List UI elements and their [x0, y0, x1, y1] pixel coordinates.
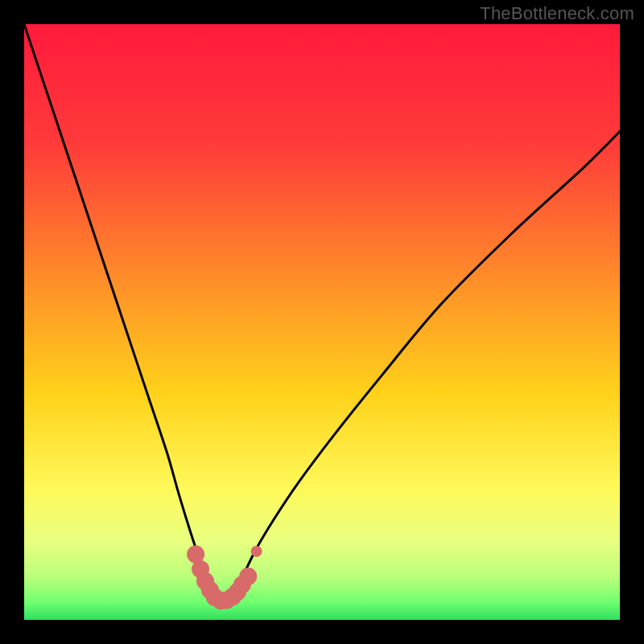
marker-dot [251, 546, 262, 557]
marker-dot [239, 568, 257, 585]
watermark-text: TheBottleneck.com [480, 3, 634, 24]
bottleneck-chart [24, 24, 620, 620]
gradient-background [24, 24, 620, 620]
chart-frame: TheBottleneck.com [0, 0, 644, 644]
chart-svg [24, 24, 620, 620]
